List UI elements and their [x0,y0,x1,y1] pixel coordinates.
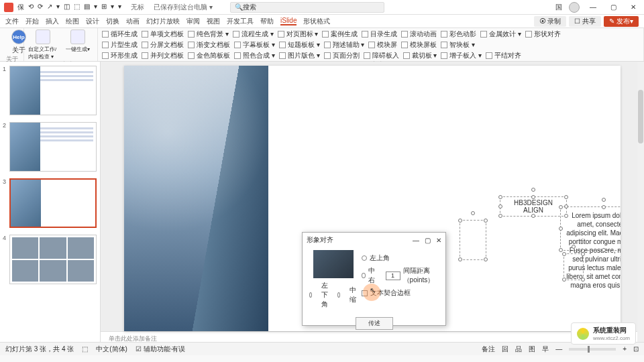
rb-1-6[interactable]: 模块屏 [368,40,397,50]
rb-2-6[interactable]: 障碍板入 [364,51,399,60]
max-button[interactable]: ▢ [606,3,620,11]
view-sorter-icon[interactable]: 品 [515,345,522,354]
title-right-1[interactable]: 国 [555,3,562,12]
hero-image[interactable] [124,66,268,331]
rb-2-9[interactable]: 平结对齐 [486,51,521,60]
rb-0-8[interactable]: 彩色动影 [441,29,476,39]
view-reading-icon[interactable]: 图 [529,345,535,354]
rb-0-6[interactable]: 目录生成 [362,29,397,39]
rb-1-0[interactable]: 片型生成 [102,40,138,50]
tab-shape-format[interactable]: 形状格式 [303,17,330,26]
search-box[interactable]: 🔍 搜索 [230,2,384,13]
qat-save[interactable]: 保 [17,3,24,12]
thumb-1[interactable]: 1 [4,66,96,115]
tab-dev[interactable]: 开发工具 [227,17,254,26]
rb-0-3[interactable]: 流程生成 ▾ [233,29,274,39]
tab-insert[interactable]: 插入 [46,17,59,26]
thumb-4[interactable]: 4 [4,235,96,284]
dialog-ok-button[interactable]: 传述 [356,317,393,330]
rb-2-7[interactable]: 裁切板 ▾ [403,51,437,60]
selected-icon-group-2[interactable] [564,253,584,280]
view-normal-icon[interactable]: 回 [502,345,508,354]
rb-0-0[interactable]: 循环生成 [102,29,138,39]
qat-i9[interactable]: ⊞ [101,3,107,12]
tab-islide[interactable]: iSlide [280,17,297,25]
dialog-max-icon[interactable]: ▢ [425,237,431,244]
rb-1-4[interactable]: 短题板板 ▾ [279,40,320,50]
tab-home[interactable]: 开始 [25,17,39,26]
selected-icon-group-1[interactable] [460,220,486,260]
rb-1-2[interactable]: 渐变文档板 [188,40,230,50]
qat-i3[interactable]: ↗ [47,3,52,12]
qat-i4[interactable]: ▾ [56,3,60,12]
notes-panel[interactable]: 单击此处添加备注 [101,331,644,342]
tab-slideshow[interactable]: 幻灯片放映 [146,17,180,26]
zoom-slider[interactable] [569,348,616,351]
close-button[interactable]: ✕ [627,3,640,11]
status-lang[interactable]: 中文(简体) [96,345,127,354]
rb-1-8[interactable]: 智块板 ▾ [441,40,475,50]
qat-i11[interactable]: ▾ [118,3,121,12]
user-avatar[interactable] [569,2,580,13]
zoom-in-icon[interactable]: + [623,345,627,353]
qat-undo[interactable]: ⟲ [28,3,34,12]
rb-0-7[interactable]: 滚动动画 [401,29,437,39]
tab-transition[interactable]: 切换 [106,17,119,26]
radio-top-left[interactable] [362,255,367,261]
rotate-handle-icon[interactable] [602,198,606,202]
spacing-input[interactable] [386,272,400,280]
rb-1-7[interactable]: 模块屏板 [401,40,437,50]
tab-view[interactable]: 视图 [207,17,220,26]
thumb-3[interactable]: 3 [4,178,96,228]
radio-center-right[interactable] [362,273,366,278]
rb-2-2[interactable]: 金色简板板 [188,51,230,60]
rb-2-4[interactable]: 图片版色 ▾ [279,51,320,60]
selected-title-box[interactable]: HB3DESIGN ALIGN [500,196,567,217]
custom-work-button[interactable]: 自定义工作/内容检查 ▾ [28,29,58,60]
rb-1-5[interactable]: 翔述辅助 ▾ [324,40,365,50]
tab-help[interactable]: 帮助 [260,17,274,26]
rb-1-1[interactable]: 分屏文档板 [142,40,184,50]
dialog-close-icon[interactable]: ✕ [436,237,441,244]
rb-0-4[interactable]: 对页图标 ▾ [278,29,319,39]
tab-file[interactable]: 文件 [5,17,19,26]
status-lang-icon[interactable]: ⬚ [82,345,88,353]
rb-0-2[interactable]: 纯色背景 ▾ [188,29,229,39]
qat-i6[interactable]: ⬚ [74,3,80,12]
qat-i7[interactable]: ▤ [84,3,90,12]
rb-2-8[interactable]: 增子板入 ▾ [441,51,482,60]
qat-i10[interactable]: ▾ [111,3,114,12]
radio-center-shrink[interactable] [337,292,340,298]
status-notes-button[interactable]: 备注 [482,345,495,354]
rb-0-5[interactable]: 案例生成 [322,29,358,39]
doc-saved[interactable]: 已保存到这台电脑 ▾ [154,3,213,12]
zoom-out-icon[interactable]: — [555,345,562,353]
rb-0-9[interactable]: 金属效计 ▾ [480,29,521,39]
dialog-min-icon[interactable]: — [413,237,419,244]
status-accessibility[interactable]: ☑ 辅助功能·有误 [136,345,186,354]
rotate-handle-icon[interactable] [531,188,535,192]
rb-2-1[interactable]: 并列文档板 [142,51,184,60]
selected-body-box[interactable]: Lorem ipsum dolor sit amet, consectetur … [560,206,621,251]
thumb-2[interactable]: 2 [4,122,96,172]
vertical-scrollbar[interactable] [637,62,644,342]
qat-redo[interactable]: ⟳ [38,3,43,12]
qat-i5[interactable]: ◫ [64,3,70,12]
tab-draw[interactable]: 绘图 [66,17,79,26]
qat-i8[interactable]: ▾ [94,3,97,12]
rb-2-3[interactable]: 照色合成 ▾ [234,51,275,60]
rb-0-10[interactable]: 形状对齐 [525,29,561,39]
record-button[interactable]: ⦿ 录制 [534,16,567,27]
tab-review[interactable]: 审阅 [186,17,200,26]
rb-2-0[interactable]: 环形生成 [102,51,138,60]
tab-design[interactable]: 设计 [86,17,99,26]
share-button[interactable]: ☐ 共享 [569,16,601,27]
min-button[interactable]: — [586,3,600,11]
one-click-button[interactable]: 一键生成▾ [63,29,93,53]
fit-window-icon[interactable]: ⊡ [633,345,639,353]
radio-bottom-left[interactable] [309,292,312,298]
rb-2-5[interactable]: 页面分割 [324,51,360,60]
tab-animation[interactable]: 动画 [126,17,140,26]
rb-0-1[interactable]: 单项文档板 [142,29,184,39]
view-slideshow-icon[interactable]: 早 [542,345,549,354]
